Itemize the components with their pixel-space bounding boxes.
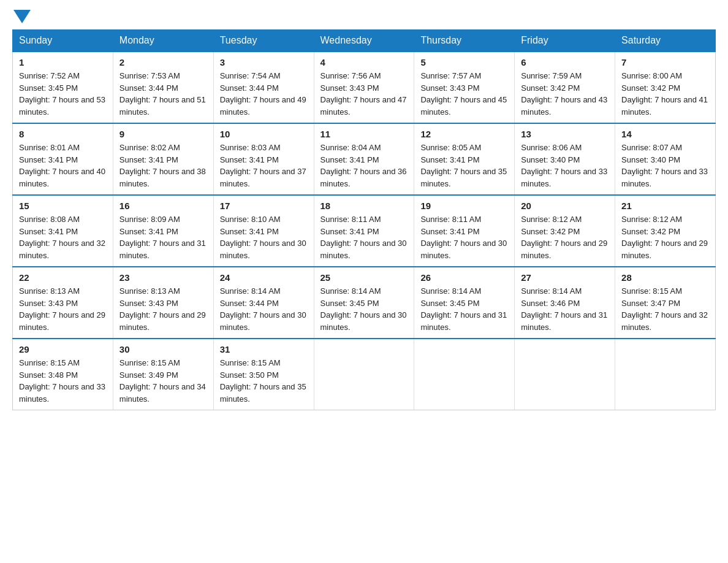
day-info: Sunrise: 8:04 AM Sunset: 3:41 PM Dayligh… xyxy=(320,142,408,190)
calendar-cell xyxy=(515,339,615,410)
day-number: 30 xyxy=(119,344,207,354)
day-number: 3 xyxy=(220,57,308,67)
calendar-body: 1 Sunrise: 7:52 AM Sunset: 3:45 PM Dayli… xyxy=(13,52,716,410)
calendar-cell: 22 Sunrise: 8:13 AM Sunset: 3:43 PM Dayl… xyxy=(13,267,113,339)
day-info: Sunrise: 7:53 AM Sunset: 3:44 PM Dayligh… xyxy=(119,70,207,118)
day-info: Sunrise: 8:15 AM Sunset: 3:47 PM Dayligh… xyxy=(621,285,709,333)
day-info: Sunrise: 7:56 AM Sunset: 3:43 PM Dayligh… xyxy=(320,70,408,118)
day-info: Sunrise: 8:05 AM Sunset: 3:41 PM Dayligh… xyxy=(420,142,508,190)
calendar-cell: 13 Sunrise: 8:06 AM Sunset: 3:40 PM Dayl… xyxy=(515,123,615,195)
day-number: 12 xyxy=(420,129,508,139)
calendar-cell: 28 Sunrise: 8:15 AM Sunset: 3:47 PM Dayl… xyxy=(615,267,716,339)
day-info: Sunrise: 7:52 AM Sunset: 3:45 PM Dayligh… xyxy=(19,70,107,118)
calendar-cell: 16 Sunrise: 8:09 AM Sunset: 3:41 PM Dayl… xyxy=(113,195,213,267)
day-number: 22 xyxy=(19,272,107,283)
day-info: Sunrise: 8:15 AM Sunset: 3:49 PM Dayligh… xyxy=(119,357,207,405)
day-number: 18 xyxy=(320,201,408,211)
day-number: 16 xyxy=(119,201,207,211)
day-info: Sunrise: 8:03 AM Sunset: 3:41 PM Dayligh… xyxy=(220,142,308,190)
calendar-table: SundayMondayTuesdayWednesdayThursdayFrid… xyxy=(12,29,716,410)
calendar-cell xyxy=(414,339,515,410)
day-info: Sunrise: 7:59 AM Sunset: 3:42 PM Dayligh… xyxy=(521,70,609,118)
page-header xyxy=(12,12,716,23)
day-info: Sunrise: 7:57 AM Sunset: 3:43 PM Dayligh… xyxy=(420,70,508,118)
header-saturday: Saturday xyxy=(615,30,716,52)
day-info: Sunrise: 8:09 AM Sunset: 3:41 PM Dayligh… xyxy=(119,213,207,261)
calendar-cell: 3 Sunrise: 7:54 AM Sunset: 3:44 PM Dayli… xyxy=(213,52,314,123)
day-info: Sunrise: 8:13 AM Sunset: 3:43 PM Dayligh… xyxy=(19,285,107,333)
day-info: Sunrise: 8:01 AM Sunset: 3:41 PM Dayligh… xyxy=(19,142,107,190)
calendar-cell: 29 Sunrise: 8:15 AM Sunset: 3:48 PM Dayl… xyxy=(13,339,113,410)
day-number: 29 xyxy=(19,344,107,354)
calendar-cell: 15 Sunrise: 8:08 AM Sunset: 3:41 PM Dayl… xyxy=(13,195,113,267)
calendar-cell: 9 Sunrise: 8:02 AM Sunset: 3:41 PM Dayli… xyxy=(113,123,213,195)
day-info: Sunrise: 8:14 AM Sunset: 3:45 PM Dayligh… xyxy=(420,285,508,333)
day-info: Sunrise: 8:08 AM Sunset: 3:41 PM Dayligh… xyxy=(19,213,107,261)
day-number: 23 xyxy=(119,272,207,283)
day-info: Sunrise: 8:12 AM Sunset: 3:42 PM Dayligh… xyxy=(521,213,609,261)
day-info: Sunrise: 8:14 AM Sunset: 3:44 PM Dayligh… xyxy=(220,285,308,333)
week-row-5: 29 Sunrise: 8:15 AM Sunset: 3:48 PM Dayl… xyxy=(13,339,716,410)
day-number: 25 xyxy=(320,272,408,283)
calendar-cell xyxy=(314,339,414,410)
week-row-2: 8 Sunrise: 8:01 AM Sunset: 3:41 PM Dayli… xyxy=(13,123,716,195)
day-info: Sunrise: 8:00 AM Sunset: 3:42 PM Dayligh… xyxy=(621,70,709,118)
day-info: Sunrise: 8:12 AM Sunset: 3:42 PM Dayligh… xyxy=(621,213,709,261)
header-monday: Monday xyxy=(113,30,213,52)
week-row-1: 1 Sunrise: 7:52 AM Sunset: 3:45 PM Dayli… xyxy=(13,52,716,123)
day-number: 11 xyxy=(320,129,408,139)
calendar-cell: 21 Sunrise: 8:12 AM Sunset: 3:42 PM Dayl… xyxy=(615,195,716,267)
day-number: 27 xyxy=(521,272,609,283)
day-number: 15 xyxy=(19,201,107,211)
day-number: 20 xyxy=(521,201,609,211)
calendar-cell: 10 Sunrise: 8:03 AM Sunset: 3:41 PM Dayl… xyxy=(213,123,314,195)
header-thursday: Thursday xyxy=(414,30,515,52)
calendar-cell: 2 Sunrise: 7:53 AM Sunset: 3:44 PM Dayli… xyxy=(113,52,213,123)
header-tuesday: Tuesday xyxy=(213,30,314,52)
header-sunday: Sunday xyxy=(13,30,113,52)
calendar-cell: 7 Sunrise: 8:00 AM Sunset: 3:42 PM Dayli… xyxy=(615,52,716,123)
day-info: Sunrise: 8:11 AM Sunset: 3:41 PM Dayligh… xyxy=(320,213,408,261)
day-number: 7 xyxy=(621,57,709,67)
calendar-cell: 23 Sunrise: 8:13 AM Sunset: 3:43 PM Dayl… xyxy=(113,267,213,339)
day-info: Sunrise: 8:15 AM Sunset: 3:50 PM Dayligh… xyxy=(220,357,308,405)
day-number: 5 xyxy=(420,57,508,67)
day-info: Sunrise: 8:02 AM Sunset: 3:41 PM Dayligh… xyxy=(119,142,207,190)
day-number: 21 xyxy=(621,201,709,211)
calendar-cell: 26 Sunrise: 8:14 AM Sunset: 3:45 PM Dayl… xyxy=(414,267,515,339)
day-number: 24 xyxy=(220,272,308,283)
calendar-cell: 20 Sunrise: 8:12 AM Sunset: 3:42 PM Dayl… xyxy=(515,195,615,267)
day-number: 8 xyxy=(19,129,107,139)
calendar-cell: 12 Sunrise: 8:05 AM Sunset: 3:41 PM Dayl… xyxy=(414,123,515,195)
day-info: Sunrise: 8:06 AM Sunset: 3:40 PM Dayligh… xyxy=(521,142,609,190)
day-info: Sunrise: 8:07 AM Sunset: 3:40 PM Dayligh… xyxy=(621,142,709,190)
calendar-cell: 1 Sunrise: 7:52 AM Sunset: 3:45 PM Dayli… xyxy=(13,52,113,123)
week-row-4: 22 Sunrise: 8:13 AM Sunset: 3:43 PM Dayl… xyxy=(13,267,716,339)
calendar-header-row: SundayMondayTuesdayWednesdayThursdayFrid… xyxy=(13,30,716,52)
day-number: 14 xyxy=(621,129,709,139)
day-info: Sunrise: 8:10 AM Sunset: 3:41 PM Dayligh… xyxy=(220,213,308,261)
calendar-cell: 25 Sunrise: 8:14 AM Sunset: 3:45 PM Dayl… xyxy=(314,267,414,339)
calendar-cell: 17 Sunrise: 8:10 AM Sunset: 3:41 PM Dayl… xyxy=(213,195,314,267)
day-number: 13 xyxy=(521,129,609,139)
day-number: 1 xyxy=(19,57,107,67)
calendar-cell xyxy=(615,339,716,410)
calendar-cell: 27 Sunrise: 8:14 AM Sunset: 3:46 PM Dayl… xyxy=(515,267,615,339)
calendar-cell: 5 Sunrise: 7:57 AM Sunset: 3:43 PM Dayli… xyxy=(414,52,515,123)
calendar-cell: 19 Sunrise: 8:11 AM Sunset: 3:41 PM Dayl… xyxy=(414,195,515,267)
day-number: 4 xyxy=(320,57,408,67)
day-info: Sunrise: 8:11 AM Sunset: 3:41 PM Dayligh… xyxy=(420,213,508,261)
calendar-cell: 31 Sunrise: 8:15 AM Sunset: 3:50 PM Dayl… xyxy=(213,339,314,410)
calendar-cell: 24 Sunrise: 8:14 AM Sunset: 3:44 PM Dayl… xyxy=(213,267,314,339)
day-number: 26 xyxy=(420,272,508,283)
day-info: Sunrise: 8:13 AM Sunset: 3:43 PM Dayligh… xyxy=(119,285,207,333)
header-wednesday: Wednesday xyxy=(314,30,414,52)
week-row-3: 15 Sunrise: 8:08 AM Sunset: 3:41 PM Dayl… xyxy=(13,195,716,267)
day-number: 17 xyxy=(220,201,308,211)
calendar-cell: 30 Sunrise: 8:15 AM Sunset: 3:49 PM Dayl… xyxy=(113,339,213,410)
logo-triangle-icon xyxy=(13,10,31,23)
day-number: 19 xyxy=(420,201,508,211)
header-friday: Friday xyxy=(515,30,615,52)
day-info: Sunrise: 8:15 AM Sunset: 3:48 PM Dayligh… xyxy=(19,357,107,405)
day-number: 28 xyxy=(621,272,709,283)
